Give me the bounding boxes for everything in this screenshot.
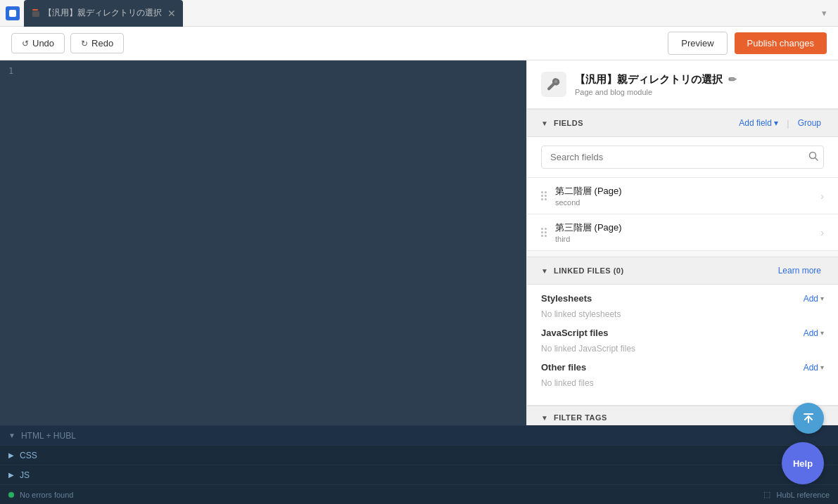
cursor: [127, 215, 128, 225]
linked-files-content: Stylesheets Add ▾ No linked stylesheets …: [527, 285, 838, 406]
drag-dot: [545, 191, 547, 193]
html-hubl-label: HTML + HUBL: [21, 431, 76, 441]
no-javascript: No linked JavaScript files: [541, 344, 824, 354]
add-javascript-button[interactable]: Add ▾: [804, 328, 824, 338]
hubl-ref-icon: ⬚: [763, 490, 770, 499]
publish-label: Publish changes: [747, 38, 814, 49]
drag-dot: [545, 231, 547, 233]
tab-file-icon: [31, 8, 41, 18]
add-stylesheet-button[interactable]: Add ▾: [804, 294, 824, 304]
redo-icon: ↻: [81, 39, 88, 49]
help-button[interactable]: Help: [782, 442, 824, 484]
main-layout: 1 ▼ HTML + HUBL ▶ CSS ▶ JS No errors fou…: [0, 60, 838, 504]
drag-dot: [541, 231, 543, 233]
preview-label: Preview: [681, 38, 713, 49]
add-field-button[interactable]: Add field ▾: [736, 117, 781, 129]
drag-dot: [545, 198, 547, 200]
tab-label: 【汎用】親ディレクトリの選択: [44, 7, 162, 19]
add-stylesheet-label: Add: [804, 294, 818, 304]
svg-point-3: [554, 80, 557, 83]
drag-dot: [545, 195, 547, 197]
search-input[interactable]: [541, 146, 824, 169]
help-label: Help: [793, 458, 813, 469]
javascript-title: JavaScript files: [541, 328, 804, 338]
svg-rect-1: [32, 9, 38, 11]
undo-label: Undo: [32, 38, 54, 49]
group-button[interactable]: Group: [795, 117, 824, 129]
js-chevron: ▶: [8, 471, 14, 479]
tab-expand-button[interactable]: ▾: [815, 5, 832, 22]
linked-files-section-header: ▼ LINKED FILES (0) Learn more: [527, 257, 838, 285]
tab-close-button[interactable]: ✕: [167, 8, 176, 19]
filter-tags-title: FILTER TAGS: [554, 413, 824, 422]
module-icon: [541, 72, 566, 97]
js-label: JS: [20, 470, 30, 480]
add-other-label: Add: [804, 363, 818, 373]
field-item-0[interactable]: 第二階層 (Page) second ›: [527, 178, 838, 214]
js-section[interactable]: ▶ JS: [0, 465, 838, 484]
stylesheets-title: Stylesheets: [541, 293, 804, 304]
status-bar: No errors found ⬚ HubL reference: [0, 484, 838, 504]
html-hubl-section[interactable]: ▼ HTML + HUBL: [0, 425, 838, 445]
undo-button[interactable]: ↺ Undo: [11, 33, 65, 53]
svg-line-5: [815, 158, 818, 161]
drag-dot: [545, 228, 547, 230]
search-container: [527, 137, 838, 178]
learn-more-label: Learn more: [778, 266, 821, 276]
preview-button[interactable]: Preview: [668, 32, 727, 55]
hubl-reference-link[interactable]: ⬚ HubL reference: [763, 490, 830, 499]
add-javascript-label: Add: [804, 328, 818, 338]
drag-dot: [541, 228, 543, 230]
toolbar: ↺ Undo ↻ Redo Preview Publish changes: [0, 27, 838, 60]
drag-dot: [545, 235, 547, 237]
toolbar-right: Preview Publish changes: [668, 32, 827, 55]
field-arrow-0: ›: [820, 190, 824, 202]
editor-area: 1 ▼ HTML + HUBL ▶ CSS ▶ JS No errors fou…: [0, 60, 526, 504]
no-other-files: No linked files: [541, 378, 824, 388]
fields-section-header: ▼ FIELDS Add field ▾ | Group: [527, 109, 838, 137]
other-files-row: Other files Add ▾: [541, 362, 824, 373]
no-errors-label: No errors found: [20, 491, 73, 499]
hubl-ref-label: HubL reference: [777, 491, 830, 499]
drag-dot: [541, 235, 543, 237]
module-title-text: 【汎用】親ディレクトリの選択: [575, 73, 723, 86]
learn-more-button[interactable]: Learn more: [775, 264, 824, 277]
search-button[interactable]: [808, 151, 818, 163]
editor-sections: ▼ HTML + HUBL ▶ CSS ▶ JS No errors found…: [0, 425, 838, 504]
stylesheets-row: Stylesheets Add ▾: [541, 293, 824, 304]
drag-handle-0[interactable]: [541, 191, 547, 200]
edit-title-icon[interactable]: ✏: [728, 74, 737, 85]
active-tab[interactable]: 【汎用】親ディレクトリの選択 ✕: [24, 0, 183, 27]
css-section[interactable]: ▶ CSS: [0, 445, 838, 465]
search-input-wrapper: [541, 146, 824, 169]
filter-tags-chevron[interactable]: ▼: [541, 414, 548, 422]
field-arrow-1: ›: [820, 227, 824, 238]
add-other-button[interactable]: Add ▾: [804, 363, 824, 373]
action-separator: |: [787, 118, 789, 129]
add-field-label: Add field: [739, 118, 772, 128]
redo-label: Redo: [91, 38, 113, 49]
fields-chevron[interactable]: ▼: [541, 119, 548, 127]
wrench-icon: [546, 77, 561, 92]
field-key-0: second: [555, 198, 812, 207]
linked-files-title: LINKED FILES (0): [554, 266, 775, 275]
module-subtitle: Page and blog module: [575, 88, 824, 96]
field-info-1: 第三階層 (Page) third: [555, 221, 812, 243]
tab-bar: 【汎用】親ディレクトリの選択 ✕ ▾: [0, 0, 838, 27]
publish-button[interactable]: Publish changes: [735, 32, 827, 54]
redo-button[interactable]: ↻ Redo: [70, 33, 124, 53]
tab-icon: [6, 6, 20, 20]
field-item-1[interactable]: 第三階層 (Page) third ›: [527, 214, 838, 251]
linked-files-chevron[interactable]: ▼: [541, 267, 548, 275]
drag-dot: [541, 191, 543, 193]
field-name-1: 第三階層 (Page): [555, 221, 812, 234]
html-hubl-chevron: ▼: [8, 432, 15, 439]
drag-dot: [541, 195, 543, 197]
scroll-back-icon: [802, 412, 815, 425]
module-header: 【汎用】親ディレクトリの選択 ✏ Page and blog module: [527, 60, 838, 109]
drag-handle-1[interactable]: [541, 228, 547, 237]
fields-list: 第二階層 (Page) second › 第三階層 (Page) third: [527, 178, 838, 251]
line-number: 1: [8, 66, 13, 76]
scroll-back-button[interactable]: [793, 403, 824, 434]
other-files-title: Other files: [541, 362, 804, 373]
